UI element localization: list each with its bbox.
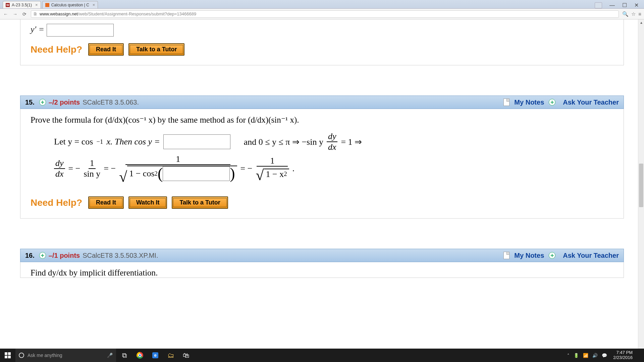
- points-label: –/1 points: [49, 252, 80, 259]
- fraction-1-siny: 1 sin y: [84, 159, 100, 178]
- math-text: = −: [68, 164, 80, 174]
- yprime-label: y' =: [31, 24, 44, 34]
- radical-icon: √: [256, 169, 264, 182]
- read-it-button[interactable]: Read It: [88, 43, 124, 56]
- task-view-icon[interactable]: ⧉: [117, 349, 131, 362]
- math-text: 1 − cos: [129, 169, 154, 178]
- tab-title: A-23 3.5(1): [12, 3, 32, 7]
- answer-input-cos2[interactable]: [163, 166, 230, 181]
- need-help-label: Need Help?: [31, 44, 82, 55]
- expand-icon[interactable]: +: [39, 99, 46, 106]
- menu-icon[interactable]: ≡: [638, 11, 641, 17]
- question-number: 15.: [25, 99, 35, 106]
- edge-icon[interactable]: e: [148, 349, 162, 362]
- answer-input-cosy[interactable]: [163, 134, 230, 149]
- battery-icon[interactable]: 🔋: [574, 353, 579, 358]
- need-help-label: Need Help?: [31, 197, 82, 208]
- read-it-button[interactable]: Read It: [88, 196, 124, 209]
- taskbar-clock[interactable]: 7:47 PM 2/23/2016: [611, 350, 635, 360]
- url-host: www.webassign.net: [40, 11, 78, 16]
- minimize-icon[interactable]: —: [609, 2, 615, 8]
- notifications-icon[interactable]: 💬: [602, 353, 607, 358]
- expand-icon[interactable]: +: [549, 252, 555, 259]
- math-text: .: [292, 164, 295, 174]
- math-text: and 0 ≤ y ≤ π ⇒ −sin y: [244, 137, 323, 147]
- question-14: y' = Need Help? Read It Talk to a Tutor: [20, 19, 624, 65]
- system-tray: ˄ 🔋 📶 🔊 💬 7:47 PM 2/23/2016: [565, 350, 644, 360]
- question-header: 16. + –/1 points SCalcET8 3.5.503.XP.MI.…: [20, 249, 624, 262]
- radical-icon: √: [119, 170, 127, 184]
- tray-chevron-icon[interactable]: ˄: [567, 353, 570, 358]
- browser-tabstrip: W A-23 3.5(1) × Calculus question | C × …: [0, 0, 644, 9]
- ask-teacher-link[interactable]: Ask Your Teacher: [563, 99, 619, 106]
- tab-title: Calculus question | C: [51, 3, 89, 7]
- question-header: 15. + –/2 points SCalcET8 3.5.063. My No…: [20, 96, 624, 109]
- math-line-2: dy dx = − 1 sin y = − 1 √: [20, 154, 624, 184]
- reload-icon[interactable]: ⟳: [21, 11, 28, 17]
- cortana-icon: [19, 353, 24, 358]
- user-icon[interactable]: [595, 2, 602, 8]
- zoom-icon[interactable]: 🔍: [622, 11, 629, 17]
- answer-input-yprime[interactable]: [47, 24, 114, 37]
- math-text: 1 − x: [266, 170, 284, 179]
- expand-icon[interactable]: +: [39, 252, 46, 259]
- points-label: –/2 points: [49, 99, 80, 106]
- maximize-icon[interactable]: ☐: [622, 2, 627, 8]
- note-icon[interactable]: [503, 252, 509, 259]
- windows-taskbar: Ask me anything 🎤 ⧉ e 🗂 🛍 ˄ 🔋 📶 🔊 💬 7:47…: [0, 349, 644, 362]
- math-text: Let y = cos: [54, 137, 93, 147]
- note-icon[interactable]: [503, 99, 509, 106]
- math-text: = −: [240, 164, 253, 174]
- talk-tutor-button[interactable]: Talk to a Tutor: [128, 43, 184, 56]
- close-icon[interactable]: ×: [35, 2, 38, 7]
- start-button[interactable]: [0, 349, 15, 362]
- expand-icon[interactable]: +: [549, 99, 555, 106]
- back-icon[interactable]: ←: [3, 11, 9, 17]
- question-16: 16. + –/1 points SCalcET8 3.5.503.XP.MI.…: [20, 249, 624, 278]
- question-ref: SCalcET8 3.5.503.XP.MI.: [83, 252, 158, 259]
- url-path: /web/Student/Assignment-Responses/submit…: [78, 11, 196, 16]
- vertical-scrollbar[interactable]: ▴ ▾: [638, 19, 644, 353]
- watch-it-button[interactable]: Watch It: [128, 196, 167, 209]
- clock-time: 7:47 PM: [616, 350, 633, 355]
- question-ref: SCalcET8 3.5.063.: [83, 99, 139, 106]
- star-icon[interactable]: ☆: [631, 11, 636, 17]
- favicon-icon: W: [6, 3, 10, 7]
- chrome-icon[interactable]: [133, 349, 147, 362]
- question-number: 16.: [25, 252, 35, 259]
- window-controls: — ☐ ✕: [595, 2, 641, 8]
- question-prompt: Prove the formula for (d/dx)(cos⁻¹ x) by…: [20, 109, 624, 127]
- page-icon: 🗎: [33, 11, 38, 16]
- forward-icon[interactable]: →: [12, 11, 18, 17]
- close-icon[interactable]: ×: [93, 2, 95, 7]
- fraction-sqrt-x2: 1 √ 1 − x2: [256, 157, 289, 181]
- browser-tab-1[interactable]: W A-23 3.5(1) ×: [3, 1, 41, 8]
- mic-icon[interactable]: 🎤: [107, 353, 113, 358]
- scroll-up-icon[interactable]: ▴: [638, 19, 644, 25]
- math-line-1: Let y = cos−1 x. Then cos y = and 0 ≤ y …: [20, 127, 624, 154]
- windows-logo-icon: [5, 352, 11, 358]
- fraction-dydx: dy dx: [327, 132, 338, 152]
- close-window-icon[interactable]: ✕: [634, 2, 639, 8]
- math-text: = 1 ⇒: [341, 137, 362, 147]
- cortana-search[interactable]: Ask me anything 🎤: [15, 349, 116, 362]
- page-viewport: y' = Need Help? Read It Talk to a Tutor …: [0, 19, 644, 353]
- math-text: x. Then cos y =: [106, 137, 160, 147]
- math-text: = −: [104, 164, 116, 174]
- ask-teacher-link[interactable]: Ask Your Teacher: [563, 252, 619, 259]
- clock-date: 2/23/2016: [613, 355, 633, 360]
- volume-icon[interactable]: 🔊: [592, 353, 598, 358]
- wifi-icon[interactable]: 📶: [583, 353, 588, 358]
- store-icon[interactable]: 🛍: [179, 349, 193, 362]
- question-prompt: Find dy/dx by implicit differentiation.: [20, 262, 624, 278]
- address-bar[interactable]: 🗎 www.webassign.net/web/Student/Assignme…: [31, 10, 619, 18]
- file-explorer-icon[interactable]: 🗂: [164, 349, 178, 362]
- question-15: 15. + –/2 points SCalcET8 3.5.063. My No…: [20, 96, 624, 219]
- my-notes-link[interactable]: My Notes: [514, 252, 544, 259]
- scroll-thumb[interactable]: [639, 164, 643, 207]
- my-notes-link[interactable]: My Notes: [514, 99, 544, 106]
- fraction-dydx: dy dx: [54, 159, 65, 178]
- talk-tutor-button[interactable]: Talk to a Tutor: [172, 196, 228, 209]
- browser-toolbar: ← → ⟳ 🗎 www.webassign.net/web/Student/As…: [0, 9, 644, 19]
- browser-tab-2[interactable]: Calculus question | C ×: [42, 1, 98, 8]
